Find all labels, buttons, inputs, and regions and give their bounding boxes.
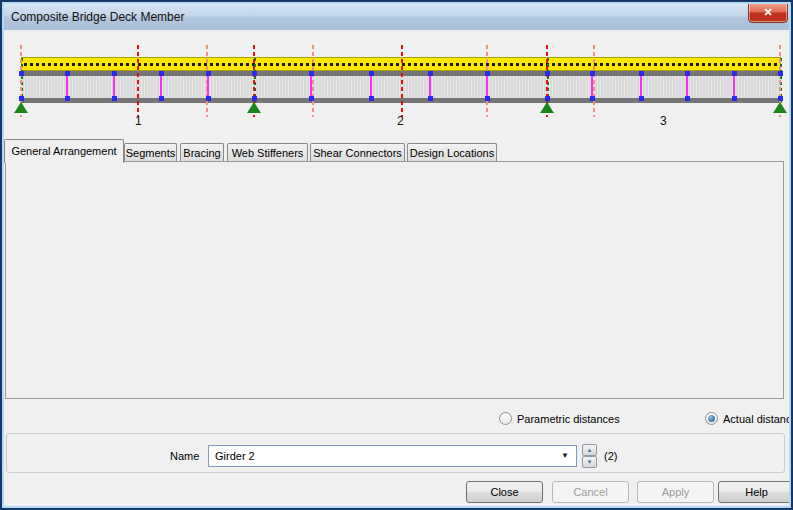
- title-bar: Composite Bridge Deck Member: [4, 4, 789, 31]
- node-marker: [19, 96, 24, 101]
- parametric-distances-label: Parametric distances: [517, 413, 620, 425]
- node-marker: [65, 96, 70, 101]
- node-marker: [19, 71, 24, 76]
- node-marker: [206, 96, 211, 101]
- tab-bar: General ArrangementSegmentsBracingWeb St…: [0, 139, 793, 162]
- node-marker: [206, 71, 211, 76]
- window-title: Composite Bridge Deck Member: [11, 10, 184, 24]
- tab-design-locations[interactable]: Design Locations: [407, 143, 497, 162]
- node-marker: [778, 71, 783, 76]
- node-marker: [159, 96, 164, 101]
- close-button[interactable]: Close: [466, 481, 543, 503]
- node-marker: [732, 71, 737, 76]
- parametric-distances-radio[interactable]: [499, 412, 512, 425]
- node-marker: [369, 96, 374, 101]
- name-label: Name: [170, 450, 199, 462]
- chevron-down-icon: ▼: [561, 446, 569, 466]
- name-spinner-up-button[interactable]: ▲: [582, 444, 597, 456]
- support-icon: [540, 102, 554, 113]
- span-number-label: 1: [135, 114, 142, 128]
- bridge-elevation-diagram: 123: [4, 30, 789, 140]
- member-count-label: (2): [604, 450, 617, 462]
- node-marker: [732, 96, 737, 101]
- node-marker: [685, 71, 690, 76]
- node-marker: [112, 96, 117, 101]
- name-spinner-down-button[interactable]: ▼: [582, 456, 597, 468]
- general-arrangement-tab-page: [5, 161, 784, 399]
- node-marker: [252, 96, 257, 101]
- node-marker: [590, 96, 595, 101]
- span-number-label: 3: [660, 114, 667, 128]
- chevron-down-icon: ▼: [587, 459, 593, 465]
- tab-bracing[interactable]: Bracing: [180, 143, 224, 162]
- node-marker: [485, 71, 490, 76]
- cancel-button: Cancel: [552, 481, 629, 503]
- node-marker: [639, 71, 644, 76]
- actual-distances-label: Actual distances: [723, 413, 793, 425]
- support-icon: [14, 102, 28, 113]
- support-icon: [247, 102, 261, 113]
- tab-general-arrangement[interactable]: General Arrangement: [4, 139, 124, 163]
- span-number-label: 2: [397, 114, 404, 128]
- distance-options-row: Parametric distancesActual distances: [0, 408, 793, 428]
- apply-button: Apply: [637, 481, 714, 503]
- actual-distances-radio[interactable]: [705, 412, 718, 425]
- help-button[interactable]: Help: [718, 481, 793, 503]
- node-marker: [65, 71, 70, 76]
- support-icon: [773, 102, 787, 113]
- node-marker: [428, 96, 433, 101]
- design-location-line: [137, 45, 139, 117]
- tab-segments[interactable]: Segments: [124, 143, 177, 162]
- node-marker: [639, 96, 644, 101]
- node-marker: [428, 71, 433, 76]
- node-marker: [685, 96, 690, 101]
- name-combobox[interactable]: Girder 2 ▼: [208, 445, 577, 467]
- close-window-button[interactable]: ✕: [748, 2, 788, 23]
- chevron-up-icon: ▲: [587, 447, 593, 453]
- tab-web-stiffeners[interactable]: Web Stiffeners: [227, 143, 308, 162]
- node-marker: [112, 71, 117, 76]
- composite-bridge-deck-member-dialog: Composite Bridge Deck Member ✕ 123 Gener…: [0, 0, 793, 510]
- node-marker: [545, 71, 550, 76]
- node-marker: [159, 71, 164, 76]
- node-marker: [252, 71, 257, 76]
- node-marker: [590, 71, 595, 76]
- name-value: Girder 2: [215, 450, 255, 462]
- node-marker: [369, 71, 374, 76]
- close-icon: ✕: [763, 6, 772, 18]
- node-marker: [545, 96, 550, 101]
- design-location-line: [593, 45, 595, 117]
- node-marker: [778, 96, 783, 101]
- design-location-line: [312, 45, 314, 117]
- tab-shear-connectors[interactable]: Shear Connectors: [310, 143, 405, 162]
- node-marker: [309, 71, 314, 76]
- node-marker: [309, 96, 314, 101]
- node-marker: [485, 96, 490, 101]
- design-location-line: [401, 45, 403, 117]
